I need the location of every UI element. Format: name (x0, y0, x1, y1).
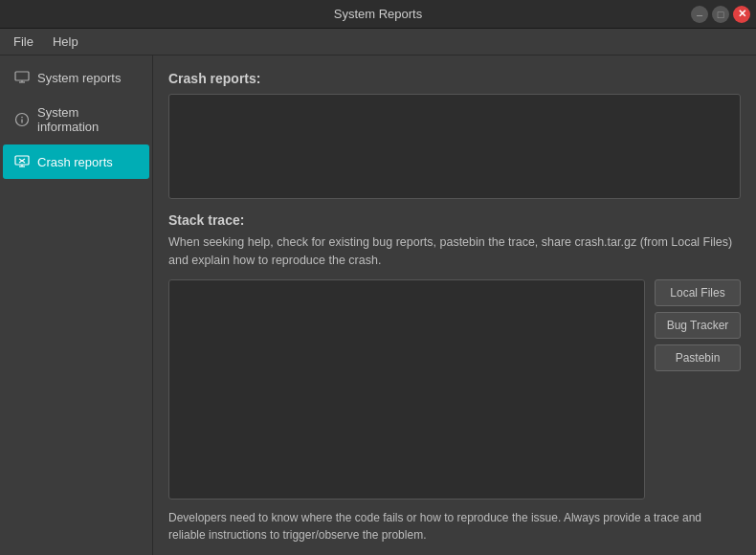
info-icon (14, 112, 30, 127)
pastebin-button[interactable]: Pastebin (655, 344, 741, 371)
menubar: File Help (0, 29, 756, 56)
svg-point-4 (21, 117, 23, 119)
sidebar-item-system-information[interactable]: System information (3, 96, 149, 144)
minimize-button[interactable]: – (691, 6, 708, 23)
local-files-button[interactable]: Local Files (655, 279, 741, 306)
crash-reports-label: Crash reports: (168, 71, 741, 86)
sidebar-item-label-system-information: System information (37, 105, 138, 134)
menu-help[interactable]: Help (43, 31, 88, 53)
titlebar: System Reports – □ ✕ (0, 0, 756, 29)
crash-icon (14, 154, 30, 169)
sidebar-item-label-system-reports: System reports (37, 71, 121, 85)
sidebar: System reports System information (0, 56, 153, 555)
footer-text: Developers need to know where the code f… (168, 509, 741, 544)
stack-trace-area: Local Files Bug Tracker Pastebin (168, 279, 741, 500)
sidebar-item-crash-reports[interactable]: Crash reports (3, 144, 149, 179)
main-content: Crash reports: Stack trace: When seeking… (153, 56, 756, 555)
maximize-button[interactable]: □ (712, 6, 729, 23)
sidebar-item-system-reports[interactable]: System reports (3, 60, 149, 95)
crash-reports-area[interactable] (168, 94, 741, 199)
svg-rect-0 (15, 72, 29, 80)
stack-trace-help-text: When seeking help, check for existing bu… (168, 233, 741, 270)
close-button[interactable]: ✕ (733, 6, 750, 23)
menu-file[interactable]: File (4, 31, 43, 53)
window-title: System Reports (334, 7, 422, 21)
stack-trace-section: Stack trace: When seeking help, check fo… (168, 212, 741, 544)
stack-trace-label: Stack trace: (168, 212, 741, 228)
stack-trace-textarea[interactable] (168, 279, 645, 500)
app-body: System reports System information (0, 56, 756, 555)
monitor-icon (14, 70, 30, 85)
stack-trace-buttons: Local Files Bug Tracker Pastebin (655, 279, 741, 371)
bug-tracker-button[interactable]: Bug Tracker (655, 312, 741, 339)
sidebar-item-label-crash-reports: Crash reports (37, 155, 113, 169)
window-controls: – □ ✕ (691, 6, 750, 23)
